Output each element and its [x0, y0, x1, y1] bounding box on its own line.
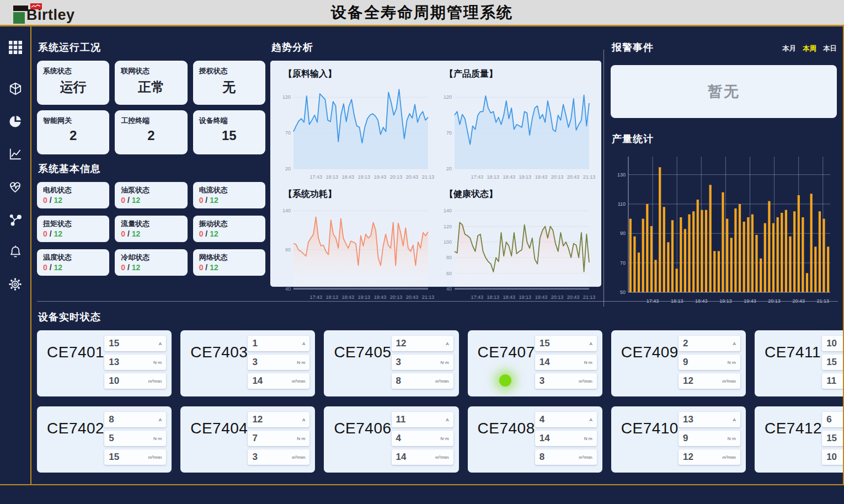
- metric-value: 13: [109, 357, 119, 368]
- device-metrics: 1A3N·m14m³/min: [248, 336, 309, 391]
- metric-unit: m³/min: [148, 379, 162, 384]
- metric-unit: N·m: [728, 436, 736, 441]
- devices-section: 设备实时状态 CE740115A13N·m10m³/minCE74031A3N·…: [37, 301, 838, 473]
- svg-text:100: 100: [444, 239, 452, 245]
- svg-text:70: 70: [285, 130, 291, 136]
- svg-text:140: 140: [282, 208, 291, 213]
- sidebar-item-alarm[interactable]: [8, 244, 23, 259]
- info-card-counts: 0 / 12: [199, 196, 259, 205]
- svg-text:17:43: 17:43: [471, 294, 483, 300]
- device-metric-row: 12A: [248, 412, 309, 427]
- total-count: 12: [210, 263, 218, 272]
- status-card-label: 授权状态: [199, 66, 259, 76]
- device-metric-row: 3m³/min: [248, 449, 309, 465]
- sidebar-item-health[interactable]: [8, 179, 23, 194]
- svg-text:50: 50: [620, 289, 626, 295]
- metric-unit: A: [733, 341, 736, 346]
- svg-text:80: 80: [446, 255, 452, 260]
- metric-value: 9: [683, 357, 688, 368]
- device-metric-row: 9N·m: [679, 431, 740, 446]
- alarm-tab-0[interactable]: 本月: [782, 44, 796, 53]
- device-card-CE7402[interactable]: CE74028A5N·m15m³/min: [37, 406, 172, 473]
- svg-text:130: 130: [617, 172, 626, 178]
- device-card-CE7401[interactable]: CE740115A13N·m10m³/min: [37, 330, 172, 396]
- device-metric-row: 15N·m: [822, 431, 844, 446]
- metric-value: 3: [539, 376, 544, 387]
- info-card: 流量状态0 / 12: [115, 216, 187, 242]
- status-card-label: 联网状态: [121, 66, 181, 76]
- device-grid: CE740115A13N·m10m³/minCE74031A3N·m14m³/m…: [37, 330, 838, 473]
- svg-text:21:13: 21:13: [422, 294, 435, 300]
- metric-unit: A: [589, 417, 592, 422]
- device-card-CE7411[interactable]: CE741110A15N·m11m³/min: [755, 330, 844, 396]
- device-name: CE7403: [190, 344, 248, 391]
- sidebar-item-apps[interactable]: [8, 40, 23, 55]
- device-metrics: 12A7N·m3m³/min: [248, 412, 309, 467]
- device-metrics: 13A9N·m12m³/min: [679, 412, 740, 467]
- status-card-label: 系统状态: [43, 66, 103, 76]
- info-card: 扭矩状态0 / 12: [37, 216, 109, 242]
- svg-text:120: 120: [444, 94, 452, 100]
- total-count: 12: [54, 263, 62, 272]
- metric-value: 15: [109, 338, 119, 349]
- svg-text:18:13: 18:13: [487, 294, 499, 300]
- device-card-CE7410[interactable]: CE741013A9N·m12m³/min: [611, 406, 746, 473]
- info-card: 温度状态0 / 12: [37, 249, 109, 276]
- metric-unit: A: [733, 417, 736, 422]
- metric-unit: m³/min: [722, 455, 735, 460]
- device-card-CE7412[interactable]: CE74126A15N·m10m³/min: [755, 406, 844, 473]
- main-content: 系统运行工况 系统状态运行联网状态正常授权状态无智能网关2工控终端2设备终端15…: [31, 26, 843, 484]
- sidebar-item-settings[interactable]: [8, 276, 23, 292]
- panel-trend: 趋势分析 【原料输入】120702017:4318:1318:4319:1319…: [270, 33, 601, 287]
- metric-value: 12: [683, 452, 693, 463]
- device-card-CE7409[interactable]: CE74092A9N·m12m³/min: [611, 330, 746, 396]
- sidebar-item-model[interactable]: [8, 81, 23, 96]
- health-icon: [8, 179, 23, 194]
- alarm-tab-2[interactable]: 本日: [823, 44, 837, 53]
- device-card-CE7406[interactable]: CE740611A4N·m14m³/min: [324, 406, 458, 473]
- pie-chart-icon: [8, 114, 23, 128]
- device-metrics: 8A5N·m15m³/min: [104, 412, 166, 467]
- sidebar-item-analytics[interactable]: [8, 114, 23, 129]
- metric-value: 12: [396, 338, 407, 349]
- device-card-CE7408[interactable]: CE74084A14N·m8m³/min: [468, 406, 602, 473]
- info-card-counts: 0 / 12: [43, 196, 103, 205]
- device-metric-row: 10m³/min: [822, 449, 844, 465]
- info-card-counts: 0 / 12: [121, 196, 181, 205]
- device-metric-row: 14N·m: [535, 355, 597, 370]
- svg-text:18:43: 18:43: [503, 174, 516, 180]
- sidebar-item-trend[interactable]: [8, 146, 23, 162]
- status-card: 联网状态正常: [115, 61, 187, 105]
- trend-chart-1: 【产品质量】120702017:4318:1318:4319:1319:4320…: [436, 63, 597, 183]
- svg-text:17:43: 17:43: [471, 174, 483, 180]
- device-card-CE7404[interactable]: CE740412A7N·m3m³/min: [180, 406, 315, 473]
- alarm-count: 0: [43, 196, 47, 205]
- alarm-tab-1[interactable]: 本周: [803, 44, 816, 53]
- status-card: 系统状态运行: [37, 61, 109, 105]
- status-card: 智能网关2: [37, 110, 109, 154]
- metric-unit: A: [446, 341, 448, 346]
- metric-unit: m³/min: [435, 379, 448, 384]
- device-metric-row: 12m³/min: [679, 373, 740, 389]
- total-count: 12: [132, 263, 141, 272]
- device-metric-row: 13N·m: [104, 355, 166, 370]
- metric-value: 14: [252, 376, 263, 387]
- info-card: 振动状态0 / 12: [193, 216, 265, 242]
- device-card-CE7405[interactable]: CE740512A3N·m8m³/min: [324, 330, 458, 396]
- metric-value: 15: [826, 433, 837, 444]
- metric-unit: N·m: [297, 360, 305, 365]
- status-indicator-green: [499, 374, 511, 387]
- device-metric-row: 11m³/min: [822, 373, 844, 389]
- svg-text:40: 40: [446, 286, 452, 292]
- device-card-CE7407[interactable]: CE740715A14N·m3m³/min: [468, 330, 602, 396]
- sidebar: [0, 26, 31, 484]
- metric-value: 14: [396, 452, 407, 463]
- svg-text:18:13: 18:13: [487, 174, 499, 180]
- metric-value: 8: [539, 452, 544, 463]
- total-count: 12: [54, 196, 62, 205]
- status-card-label: 智能网关: [43, 116, 103, 126]
- svg-text:18:43: 18:43: [342, 174, 355, 180]
- device-card-CE7403[interactable]: CE74031A3N·m14m³/min: [180, 330, 315, 396]
- grid-icon: [8, 40, 23, 55]
- sidebar-item-network[interactable]: [8, 211, 23, 227]
